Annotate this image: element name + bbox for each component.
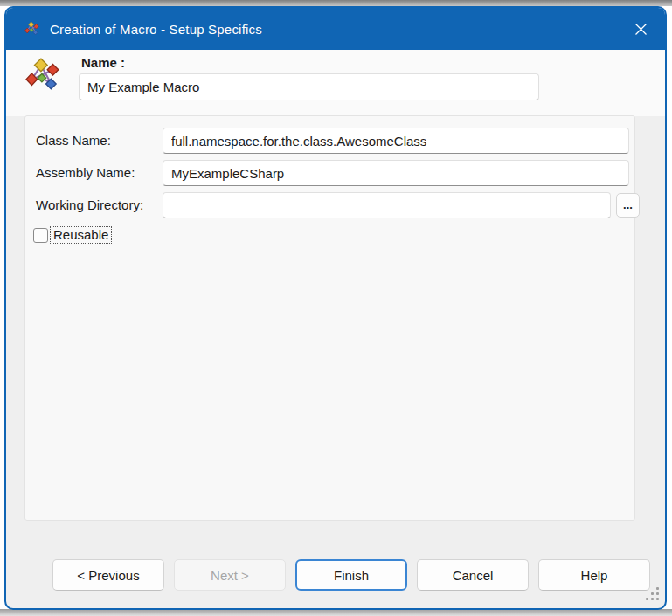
resize-grip-icon[interactable] <box>645 586 659 600</box>
reusable-label[interactable]: Reusable <box>51 227 111 243</box>
window-bottom-shadow <box>0 609 672 616</box>
name-section: Name : <box>6 50 665 116</box>
setup-specifics-panel: Class Name: Assembly Name: Working Direc… <box>24 115 635 521</box>
cancel-button[interactable]: Cancel <box>417 559 529 591</box>
macro-molecule-icon-large <box>25 57 62 93</box>
title-bar[interactable]: Creation of Macro - Setup Specifics <box>6 8 665 50</box>
working-directory-input[interactable] <box>163 192 611 218</box>
browse-button[interactable]: ... <box>616 193 640 218</box>
working-directory-label: Working Directory: <box>36 192 143 218</box>
name-label: Name : <box>81 53 125 73</box>
finish-button[interactable]: Finish <box>295 559 407 591</box>
reusable-checkbox[interactable] <box>33 228 48 243</box>
reusable-checkbox-row[interactable]: Reusable <box>33 227 111 243</box>
name-input[interactable] <box>79 73 539 100</box>
help-button[interactable]: Help <box>538 559 650 591</box>
next-button[interactable]: Next > <box>174 559 286 591</box>
dialog-title: Creation of Macro - Setup Specifics <box>50 22 262 37</box>
close-button[interactable] <box>621 13 660 45</box>
macro-molecule-icon <box>24 21 40 37</box>
assembly-name-input[interactable] <box>163 160 629 186</box>
close-icon <box>634 23 648 36</box>
class-name-label: Class Name: <box>36 128 111 154</box>
class-name-input[interactable] <box>163 128 629 154</box>
assembly-name-label: Assembly Name: <box>36 160 135 186</box>
previous-button[interactable]: < Previous <box>52 559 164 591</box>
window-top-shadow <box>0 0 672 6</box>
creation-of-macro-dialog: Creation of Macro - Setup Specifics <box>4 6 667 610</box>
